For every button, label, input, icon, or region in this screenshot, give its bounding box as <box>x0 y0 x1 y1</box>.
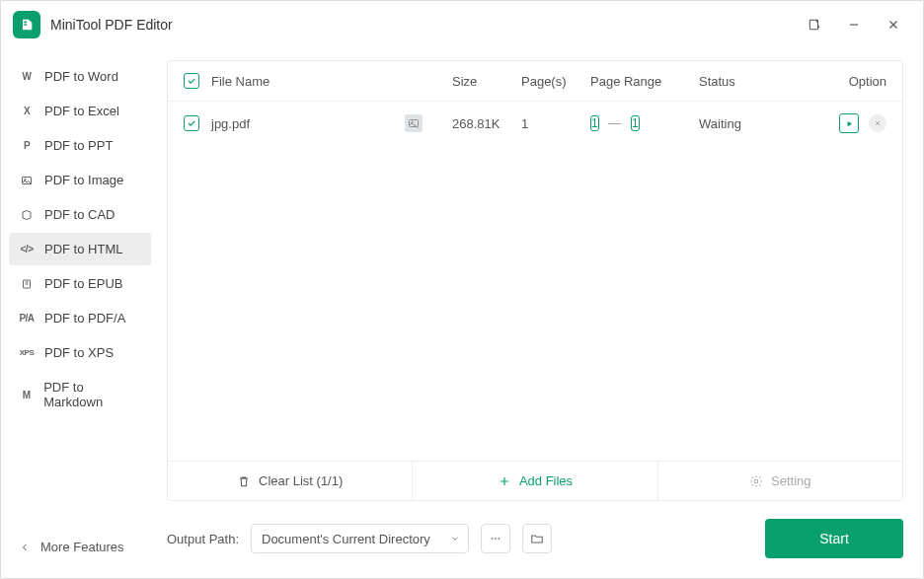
page-range: 1 — 1 <box>590 113 699 133</box>
row-checkbox[interactable] <box>184 115 199 131</box>
word-icon: W <box>19 71 35 82</box>
sidebar-item-pdf-to-image[interactable]: PDF to Image <box>9 164 151 196</box>
body: W PDF to Word X PDF to Excel P PDF to PP… <box>1 48 923 578</box>
window-title: MiniTool PDF Editor <box>50 17 797 33</box>
sidebar-item-label: PDF to PDF/A <box>44 311 125 326</box>
file-table: File Name Size Page(s) Page Range Status… <box>167 60 903 501</box>
pdfa-icon: P/A <box>19 313 35 324</box>
sidebar-item-label: PDF to CAD <box>44 207 116 222</box>
image-icon <box>19 175 35 186</box>
svg-rect-4 <box>410 120 419 127</box>
output-path-value: Document's Current Directory <box>262 532 430 546</box>
convert-button[interactable] <box>839 113 859 133</box>
remove-button[interactable] <box>869 114 886 132</box>
cad-icon <box>19 209 35 221</box>
app-logo <box>13 11 40 38</box>
titlebar: MiniTool PDF Editor <box>1 1 923 48</box>
range-to-input[interactable]: 1 <box>631 115 640 131</box>
file-type-icon <box>405 114 423 132</box>
start-label: Start <box>819 531 849 546</box>
setting-button[interactable]: Setting <box>658 462 902 500</box>
output-path-label: Output Path: <box>167 532 239 546</box>
select-all-checkbox[interactable] <box>184 73 199 89</box>
table-footer: Clear List (1/1) Add Files Setting <box>168 461 902 500</box>
titlebar-extra-button[interactable] <box>797 7 832 42</box>
sidebar: W PDF to Word X PDF to Excel P PDF to PP… <box>1 48 159 578</box>
epub-icon <box>19 278 35 290</box>
minimize-button[interactable] <box>836 7 872 42</box>
file-name: jpg.pdf <box>211 116 250 131</box>
sidebar-item-pdf-to-word[interactable]: W PDF to Word <box>9 60 151 93</box>
sidebar-item-pdf-to-epub[interactable]: PDF to EPUB <box>9 267 151 300</box>
sidebar-item-label: PDF to Image <box>44 173 123 187</box>
bottom-bar: Output Path: Document's Current Director… <box>167 501 903 558</box>
svg-point-8 <box>495 538 497 540</box>
sidebar-item-label: PDF to HTML <box>44 242 122 256</box>
sidebar-item-pdf-to-excel[interactable]: X PDF to Excel <box>9 95 151 127</box>
more-features-label: More Features <box>40 540 124 554</box>
table-empty-space <box>168 145 902 461</box>
file-pages: 1 <box>521 116 590 131</box>
file-size: 268.81K <box>452 116 521 131</box>
sidebar-item-pdf-to-ppt[interactable]: P PDF to PPT <box>9 129 151 162</box>
file-status: Waiting <box>699 116 808 131</box>
more-features-button[interactable]: More Features <box>9 528 151 566</box>
close-button[interactable] <box>876 7 911 42</box>
svg-point-6 <box>754 479 758 483</box>
header-option: Option <box>808 74 886 89</box>
sidebar-item-label: PDF to Word <box>44 69 118 84</box>
header-pages: Page(s) <box>521 74 590 89</box>
header-size: Size <box>452 74 521 89</box>
add-files-label: Add Files <box>519 473 573 488</box>
sidebar-item-pdf-to-pdfa[interactable]: P/A PDF to PDF/A <box>9 302 151 334</box>
open-folder-button[interactable] <box>522 524 552 553</box>
excel-icon: X <box>19 106 35 116</box>
range-from-input[interactable]: 1 <box>590 115 599 131</box>
clear-list-button[interactable]: Clear List (1/1) <box>168 462 413 500</box>
sidebar-item-label: PDF to PPT <box>44 138 113 153</box>
start-button[interactable]: Start <box>765 519 903 558</box>
sidebar-item-pdf-to-cad[interactable]: PDF to CAD <box>9 198 151 231</box>
setting-label: Setting <box>771 473 810 488</box>
ppt-icon: P <box>19 140 35 151</box>
sidebar-item-label: PDF to Markdown <box>43 380 141 409</box>
titlebar-actions <box>797 7 911 42</box>
header-status: Status <box>699 74 808 89</box>
sidebar-item-label: PDF to XPS <box>44 345 114 360</box>
sidebar-item-pdf-to-markdown[interactable]: M PDF to Markdown <box>9 371 151 418</box>
svg-point-9 <box>498 538 500 540</box>
header-page-range: Page Range <box>590 74 699 89</box>
header-file-name: File Name <box>211 74 452 89</box>
table-row: jpg.pdf 268.81K 1 1 — 1 Waiting <box>168 102 902 145</box>
range-separator: — <box>608 115 621 130</box>
sidebar-item-pdf-to-xps[interactable]: XPS PDF to XPS <box>9 336 151 369</box>
html-icon: </> <box>19 244 35 254</box>
chevron-down-icon <box>450 534 460 543</box>
more-options-button[interactable] <box>481 524 510 553</box>
sidebar-item-label: PDF to Excel <box>44 104 119 118</box>
svg-point-7 <box>491 538 493 540</box>
main-panel: File Name Size Page(s) Page Range Status… <box>159 48 923 578</box>
output-path-select[interactable]: Document's Current Directory <box>251 524 469 553</box>
clear-list-label: Clear List (1/1) <box>259 473 343 488</box>
sidebar-item-pdf-to-html[interactable]: </> PDF to HTML <box>9 233 151 265</box>
xps-icon: XPS <box>19 348 35 357</box>
table-header: File Name Size Page(s) Page Range Status… <box>168 61 902 102</box>
app-window: MiniTool PDF Editor W PDF to Word X PDF … <box>0 0 924 579</box>
add-files-button[interactable]: Add Files <box>413 462 657 500</box>
markdown-icon: M <box>19 390 34 400</box>
sidebar-item-label: PDF to EPUB <box>44 276 122 291</box>
